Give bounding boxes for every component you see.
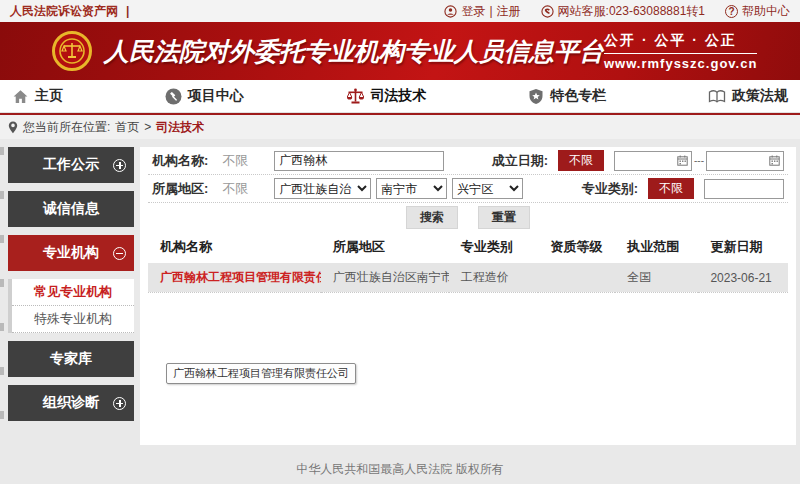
table-header-row: 机构名称 所属地区 专业类别 资质等级 执业范围 更新日期 [148, 231, 788, 263]
nav-item-project-center[interactable]: 项目中心 [165, 87, 244, 105]
breadcrumb-prefix: 您当前所在位置: [23, 119, 110, 136]
sidebar: 工作公示 诚信信息 专业机构 常见专业机构 特殊专业机构 专家库 组织诊断 [0, 147, 140, 445]
copyright-text: 中华人民共和国最高人民法院 版权所有 [296, 461, 503, 484]
question-icon: ? [725, 5, 738, 18]
site-url: www.rmfysszc.gov.cn [604, 56, 757, 71]
col-header-grade: 资质等级 [538, 231, 615, 263]
col-header-region: 所属地区 [321, 231, 449, 263]
city-select[interactable]: 南宁市 [376, 178, 447, 199]
col-header-scope: 执业范围 [615, 231, 698, 263]
results-table: 机构名称 所属地区 专业类别 资质等级 执业范围 更新日期 广西翰林工程项目管理… [148, 231, 788, 293]
filter-row-region: 所属地区: 不限 广西壮族自治 南宁市 兴宁区 专业类别: 不限 [148, 175, 788, 203]
site-link[interactable]: 人民法院诉讼资产网 [10, 3, 118, 20]
top-utility-bar: 人民法院诉讼资产网 | 登录 | 注册 网站客服:023-63088881转1 … [0, 0, 800, 22]
org-name-input[interactable] [274, 151, 444, 171]
breadcrumb: 您当前所在位置: 首页 > 司法技术 [0, 113, 800, 139]
org-category-cell: 工程造价 [449, 263, 539, 293]
sidebar-item-professional-orgs[interactable]: 专业机构 [8, 235, 134, 271]
org-scope-cell: 全国 [615, 263, 698, 293]
nav-item-featured-column[interactable]: 特色专栏 [528, 87, 606, 105]
page-footer: 中华人民共和国最高人民法院 版权所有 [0, 445, 800, 484]
org-name-tooltip: 广西翰林工程项目管理有限责任公司 [166, 363, 356, 384]
breadcrumb-home-link[interactable]: 首页 [115, 119, 139, 136]
scales-icon [346, 88, 365, 105]
location-pin-icon [8, 121, 18, 134]
region-any: 不限 [222, 180, 260, 198]
sidebar-item-integrity-info[interactable]: 诚信信息 [8, 191, 134, 227]
sidebar-subitem-common-orgs[interactable]: 常见专业机构 [12, 279, 134, 306]
phone-icon [541, 5, 554, 18]
expand-icon [113, 159, 126, 172]
sidebar-item-work-publicity[interactable]: 工作公示 [8, 147, 134, 183]
category-label: 专业类别: [582, 180, 638, 198]
content-area: 工作公示 诚信信息 专业机构 常见专业机构 特殊专业机构 专家库 组织诊断 [0, 139, 800, 445]
shield-star-icon [528, 88, 544, 105]
founded-date-start-input[interactable] [614, 151, 692, 171]
site-banner: 人民法院对外委托专业机构专业人员信息平台 公开 · 公平 · 公正 www.rm… [0, 22, 800, 80]
org-grade-cell [538, 263, 615, 293]
nav-item-home[interactable]: 主页 [12, 87, 63, 105]
col-header-updated: 更新日期 [698, 231, 788, 263]
org-name-any: 不限 [222, 152, 260, 170]
court-emblem-logo [52, 31, 92, 71]
col-header-category: 专业类别 [449, 231, 539, 263]
founded-date-label: 成立日期: [492, 152, 548, 170]
sidebar-item-org-diagnosis[interactable]: 组织诊断 [8, 385, 134, 421]
main-panel: 机构名称: 不限 成立日期: 不限 --- 所属地区: 不限 广西壮族自治 [140, 147, 796, 445]
user-icon [444, 5, 457, 18]
expand-icon [113, 397, 126, 410]
breadcrumb-current: 司法技术 [156, 119, 204, 136]
page-title: 人民法院对外委托专业机构专业人员信息平台 [104, 35, 604, 68]
login-link[interactable]: 登录 [461, 3, 485, 20]
col-header-org-name: 机构名称 [148, 231, 321, 263]
region-label: 所属地区: [152, 180, 208, 198]
founded-date-end-input[interactable] [706, 151, 784, 171]
sidebar-subitem-special-orgs[interactable]: 特殊专业机构 [12, 306, 134, 333]
form-actions: 搜索 重置 [148, 203, 788, 227]
search-button[interactable]: 搜索 [406, 206, 458, 229]
date-range-separator: --- [694, 155, 704, 166]
collapse-icon [113, 247, 126, 260]
sidebar-item-expert-pool[interactable]: 专家库 [8, 341, 134, 377]
calendar-icon [769, 155, 780, 166]
founded-any-button[interactable]: 不限 [558, 150, 604, 171]
category-input[interactable] [704, 179, 784, 199]
divider: | [489, 4, 492, 18]
category-any-button[interactable]: 不限 [648, 178, 694, 199]
main-nav: 主页 项目中心 司法技术 特色专栏 [0, 80, 800, 113]
reset-button[interactable]: 重置 [478, 206, 530, 229]
org-name-link[interactable]: 广西翰林工程项目管理有限责任... [148, 263, 321, 293]
province-select[interactable]: 广西壮族自治 [274, 178, 371, 199]
org-name-label: 机构名称: [152, 152, 208, 170]
home-icon [12, 89, 29, 104]
calendar-icon [677, 155, 688, 166]
district-select[interactable]: 兴宁区 [452, 178, 523, 199]
nav-item-judicial-tech[interactable]: 司法技术 [346, 87, 427, 105]
nav-item-policies[interactable]: 政策法规 [708, 87, 788, 105]
banner-slogan: 公开 · 公平 · 公正 [604, 32, 757, 50]
help-center-link[interactable]: 帮助中心 [742, 3, 790, 20]
service-phone: 网站客服:023-63088881转1 [558, 3, 705, 20]
org-updated-cell: 2023-06-21 [698, 263, 788, 293]
register-link[interactable]: 注册 [497, 3, 521, 20]
org-region-cell: 广西壮族自治区南宁市兴宁区 [321, 263, 449, 293]
sidebar-submenu: 常见专业机构 特殊专业机构 [8, 279, 134, 333]
table-row: 广西翰林工程项目管理有限责任... 广西壮族自治区南宁市兴宁区 工程造价 全国 … [148, 263, 788, 293]
book-icon [708, 89, 726, 104]
divider: | [126, 4, 129, 18]
filter-row-name: 机构名称: 不限 成立日期: 不限 --- [148, 147, 788, 175]
breadcrumb-separator: > [144, 120, 151, 134]
gavel-icon [165, 88, 182, 105]
divider [604, 53, 757, 54]
